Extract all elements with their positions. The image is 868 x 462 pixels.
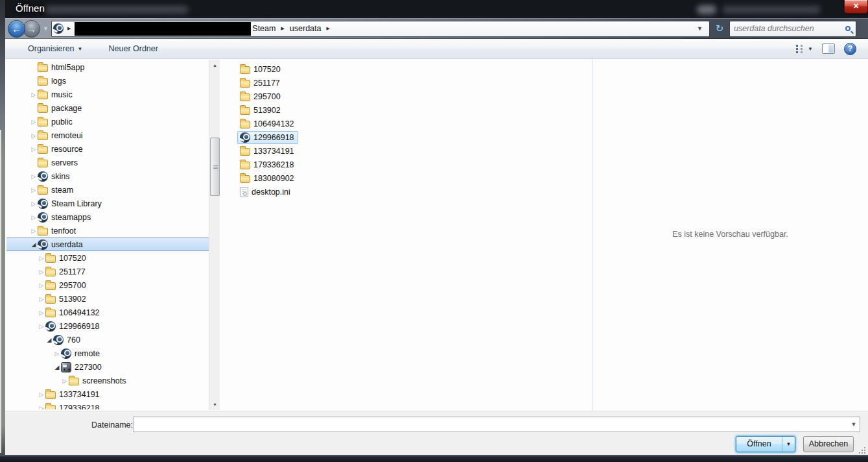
- tree-item-public[interactable]: ▷public: [6, 115, 209, 128]
- tree-item-760[interactable]: ◢760: [6, 333, 209, 346]
- forward-button[interactable]: →: [23, 20, 40, 38]
- organize-button[interactable]: Organisieren ▼: [21, 41, 90, 56]
- search-icon[interactable]: [845, 26, 850, 31]
- file-item-inner: 129966918: [237, 131, 298, 144]
- folder-icon: [38, 64, 48, 72]
- preview-pane-toggle-button[interactable]: [822, 43, 835, 54]
- tree-item-steam-library[interactable]: ▷Steam Library: [6, 197, 209, 210]
- address-field[interactable]: ▶ Steam▶userdata▶ ▼: [51, 21, 710, 37]
- breadcrumb-arrow-icon[interactable]: ▶: [277, 26, 288, 31]
- tree-item-107520[interactable]: ▷107520: [6, 251, 209, 265]
- scroll-up-icon[interactable]: ▲: [209, 60, 220, 71]
- filename-input[interactable]: [134, 417, 848, 432]
- tree-item-resource[interactable]: ▷resource: [6, 142, 209, 156]
- tree-item-screenshots[interactable]: ▷screenshots: [6, 374, 209, 387]
- steam-icon: [240, 132, 250, 143]
- scrollbar-thumb[interactable]: [210, 138, 220, 196]
- file-item-513902[interactable]: 513902: [231, 103, 591, 117]
- tree-item-295700[interactable]: ▷295700: [6, 278, 209, 292]
- tree-expander-icon[interactable]: ▷: [61, 378, 69, 384]
- tree-item-steamapps[interactable]: ▷steamapps: [6, 210, 209, 224]
- tree-expander-icon[interactable]: ▷: [38, 269, 45, 275]
- tree-item-133734191[interactable]: ▷133734191: [6, 387, 209, 401]
- tree-expander-icon[interactable]: ▷: [30, 91, 38, 98]
- steam-icon: [38, 212, 48, 223]
- file-item-179336218[interactable]: 179336218: [231, 158, 591, 171]
- open-file-dialog: Öffnen × ← → ▼ ▶ Steam▶userdata▶ ▼ ↻ Org…: [5, 0, 868, 455]
- tree-expander-icon[interactable]: ▷: [38, 282, 45, 289]
- tree-item-227300[interactable]: ◢227300: [6, 360, 209, 374]
- tree-item-logs[interactable]: logs: [6, 74, 209, 88]
- address-dropdown-icon[interactable]: ▼: [692, 25, 708, 32]
- breadcrumb-item[interactable]: Steam: [251, 24, 277, 33]
- tree-item-513902[interactable]: ▷513902: [6, 292, 209, 306]
- new-folder-button[interactable]: Neuer Ordner: [102, 41, 165, 56]
- tree-item-tenfoot[interactable]: ▷tenfoot: [6, 224, 209, 237]
- tree-expander-icon[interactable]: ▷: [38, 310, 45, 316]
- tree-expander-icon[interactable]: ▷: [38, 296, 45, 302]
- tree-item-179336218[interactable]: ▷179336218: [6, 401, 209, 409]
- file-item-label: 513902: [253, 106, 281, 115]
- open-dropdown-icon[interactable]: ▼: [782, 437, 795, 452]
- tree-item-label: logs: [51, 77, 66, 86]
- refresh-icon[interactable]: ↻: [712, 23, 727, 34]
- tree-item-userdata[interactable]: ◢userdata: [6, 237, 209, 251]
- tree-item-remote[interactable]: ▷remote: [6, 346, 209, 360]
- recent-pages-dropdown[interactable]: ▼: [43, 25, 49, 32]
- window-title: Öffnen: [16, 3, 45, 14]
- file-item-251177[interactable]: 251177: [231, 76, 591, 90]
- tree-expander-icon[interactable]: ▷: [30, 228, 38, 234]
- back-arrow-icon: ←: [8, 21, 25, 37]
- back-button[interactable]: ←: [8, 20, 25, 38]
- help-button[interactable]: ?: [844, 43, 856, 55]
- file-item-inner: desktop.ini: [237, 186, 294, 199]
- scroll-down-icon[interactable]: ▼: [209, 399, 220, 410]
- tree-item-package[interactable]: package: [6, 101, 209, 115]
- breadcrumb-item[interactable]: userdata: [288, 24, 323, 33]
- tree-scrollbar[interactable]: ▲ ▼: [209, 60, 220, 410]
- tree-item-106494132[interactable]: ▷106494132: [6, 306, 209, 319]
- tree-item-label: userdata: [51, 240, 83, 249]
- file-item-295700[interactable]: 295700: [231, 90, 591, 103]
- tree-item-skins[interactable]: ▷skins: [6, 169, 209, 183]
- tree-item-steam[interactable]: ▷steam: [6, 183, 209, 197]
- tree-expander-icon[interactable]: ▷: [38, 405, 45, 410]
- file-item-183080902[interactable]: 183080902: [231, 171, 591, 185]
- file-item-inner: 513902: [237, 104, 285, 116]
- tree-item-label: 107520: [59, 254, 86, 263]
- tree-expander-icon[interactable]: ▷: [30, 146, 38, 152]
- steam-icon: [53, 335, 64, 345]
- folder-icon: [38, 91, 48, 99]
- tree-item-servers[interactable]: servers: [6, 156, 209, 169]
- file-item-129966918[interactable]: 129966918: [231, 130, 591, 144]
- open-button[interactable]: Öffnen ▼: [736, 436, 795, 452]
- breadcrumb-arrow-icon[interactable]: ▶: [64, 26, 75, 31]
- tree-item-music[interactable]: ▷music: [6, 88, 209, 101]
- resize-grip[interactable]: [858, 446, 865, 454]
- tree-expander-icon[interactable]: ▷: [38, 255, 45, 261]
- breadcrumb-arrow-icon[interactable]: ▶: [323, 26, 334, 31]
- file-item-133734191[interactable]: 133734191: [231, 144, 591, 158]
- folder-icon: [45, 296, 56, 304]
- tree-expander-icon[interactable]: ◢: [53, 364, 61, 371]
- change-view-button[interactable]: ▼: [796, 45, 813, 53]
- tree-item-remoteui[interactable]: ▷remoteui: [6, 128, 209, 142]
- tree-item-html5app[interactable]: html5app: [6, 60, 209, 74]
- tree-expander-icon[interactable]: ▷: [30, 187, 38, 193]
- folder-icon: [38, 78, 48, 86]
- tree-expander-icon[interactable]: ▷: [30, 132, 38, 139]
- tree-item-129966918[interactable]: ▷129966918: [6, 319, 209, 333]
- search-box: [729, 21, 856, 37]
- file-item-desktop-ini[interactable]: desktop.ini: [231, 185, 591, 199]
- tree-expander-icon[interactable]: ▷: [38, 391, 45, 398]
- file-item-107520[interactable]: 107520: [231, 62, 591, 76]
- title-bar[interactable]: Öffnen ×: [5, 0, 868, 18]
- tree-expander-icon[interactable]: ▷: [30, 119, 38, 125]
- file-item-106494132[interactable]: 106494132: [231, 117, 591, 130]
- filename-dropdown-icon[interactable]: ▼: [848, 421, 860, 428]
- close-button[interactable]: ×: [844, 0, 868, 14]
- search-input[interactable]: [734, 24, 845, 33]
- cancel-button[interactable]: Abbrechen: [803, 436, 854, 452]
- tree-item-251177[interactable]: ▷251177: [6, 265, 209, 278]
- tree-item-label: tenfoot: [51, 226, 76, 236]
